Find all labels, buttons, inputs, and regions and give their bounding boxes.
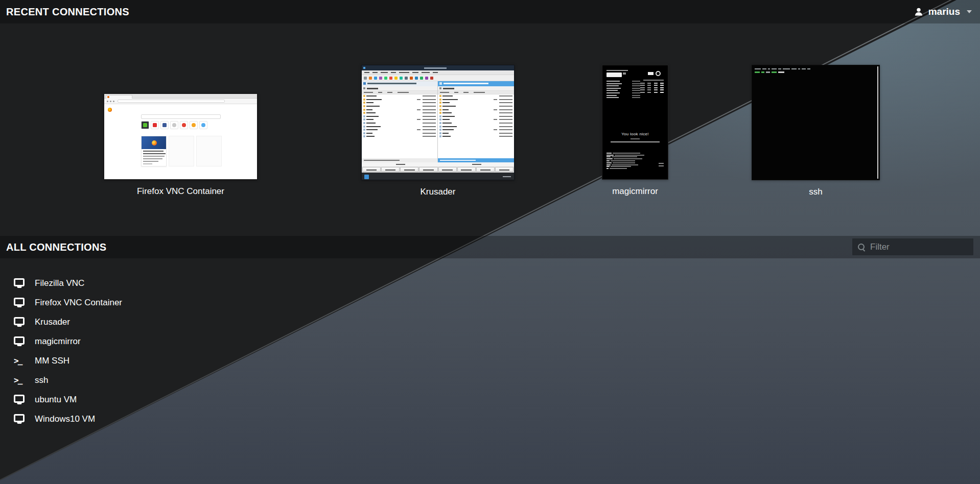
thumbnail-art [366, 133, 372, 134]
kr-file-panes [362, 86, 514, 158]
recent-connection-firefox-vnc-container[interactable]: Firefox VNC Container [104, 93, 258, 197]
ff-ghost-card [169, 136, 194, 166]
thumbnail-art [366, 126, 381, 127]
thumbnail-art [363, 99, 365, 101]
thumbnail-art [499, 99, 512, 100]
kr-file-row [438, 108, 514, 111]
thumbnail-firefox-vnc-container [104, 93, 258, 180]
thumbnail-art [606, 153, 612, 154]
thumbnail-art [606, 156, 611, 157]
connection-list-item[interactable]: >_ Krusader [0, 312, 460, 332]
user-menu[interactable]: marius [912, 0, 974, 23]
thumbnail-art [391, 72, 396, 73]
thumbnail-art [647, 87, 651, 88]
thumbnail-art [363, 118, 365, 120]
connection-list-item[interactable]: >_ Filezilla VNC [0, 274, 460, 293]
thumbnail-art [755, 71, 760, 73]
connection-list-item[interactable]: >_ ubuntu VM [0, 390, 460, 409]
thumbnail-art [143, 153, 166, 154]
ff-ghost-card [196, 136, 222, 166]
connection-list-item[interactable]: >_ MM SSH [0, 351, 460, 371]
monitor-icon [14, 278, 25, 286]
connection-name: ssh [809, 187, 822, 197]
thumbnail-art [423, 133, 436, 134]
thumbnail-art [201, 123, 205, 127]
all-connections-header: ALL CONNECTIONS [0, 236, 980, 258]
thumbnail-art [439, 99, 441, 101]
thumbnail-art [363, 122, 365, 124]
thumbnail-art [499, 116, 512, 117]
kr-file-row [438, 94, 514, 98]
guacamole-home-screen: RECENT CONNECTIONS marius [0, 0, 980, 484]
connection-list-item[interactable]: >_ ssh [0, 371, 460, 390]
mm-weather-line [643, 80, 664, 81]
thumbnail-art [423, 99, 436, 100]
filter-input[interactable] [866, 238, 980, 255]
mm-compliment-text: You look nice! [602, 132, 668, 137]
terminal-scrollbar[interactable] [877, 66, 878, 179]
thumbnail-art [439, 126, 441, 128]
thumbnail-art [442, 123, 452, 124]
thumbnail-art [640, 89, 645, 90]
thumbnail-art [606, 95, 617, 96]
mm-news-row [606, 153, 647, 154]
kr-address-bars [362, 81, 514, 86]
thumbnail-art [439, 102, 441, 104]
thumbnail-art [632, 83, 640, 84]
thumbnail-art [442, 133, 449, 134]
kr-file-row [362, 132, 437, 135]
thumbnail-art [423, 123, 436, 124]
thumbnail-art [439, 112, 441, 114]
connection-list-item[interactable]: >_ Windows10 VM [0, 409, 460, 429]
kr-file-row [438, 111, 514, 115]
thumbnail-art [389, 77, 392, 80]
thumbnail-art [417, 99, 421, 100]
ff-shortcut-tile [170, 121, 178, 129]
thumbnail-art [423, 116, 436, 117]
connection-list: >_ Filezilla VNC >_ Firefox VNC Containe… [0, 258, 460, 429]
thumbnail-art [647, 85, 651, 86]
thumbnail-art [442, 106, 456, 107]
mm-news-row [606, 155, 647, 156]
recent-connection-magicmirror[interactable]: You look nice! magicmirror [602, 65, 668, 197]
connection-name: magicmirror [612, 186, 658, 197]
mm-forecast [640, 83, 664, 94]
thumbnail-art [366, 109, 372, 110]
thumbnail-art [802, 68, 806, 69]
connection-list-item[interactable]: >_ magicmirror [0, 332, 460, 351]
thumbnail-art [762, 68, 766, 69]
thumbnail-art [654, 85, 658, 86]
thumbnail-art [363, 115, 365, 117]
kr-function-buttons [362, 166, 514, 173]
user-name: marius [928, 6, 960, 17]
mm-calendar-row [606, 92, 640, 93]
thumbnail-art [772, 68, 777, 69]
thumbnail-art [439, 109, 441, 111]
thumbnail-art [162, 123, 167, 127]
filter-box [852, 238, 973, 255]
mm-calendar-row [606, 88, 640, 89]
connection-icon-slot: >_ [14, 278, 26, 288]
kr-function-button [476, 167, 495, 172]
mm-calendar-row [606, 83, 640, 84]
thumbnail-art [366, 119, 374, 120]
ff-nav-bar [104, 99, 257, 104]
thumbnail-art [398, 92, 409, 93]
thumbnail-art [364, 72, 369, 73]
mm-corner-text [659, 163, 664, 168]
thumbnail-art [660, 89, 664, 90]
connection-icon-slot: >_ [14, 317, 26, 327]
thumbnail-art [654, 92, 658, 93]
connection-icon-slot: >_ [14, 357, 26, 365]
thumbnail-art [410, 77, 413, 80]
kr-file-row [438, 115, 514, 118]
ff-bookmark-dot [108, 108, 112, 112]
thumbnail-art [363, 126, 365, 128]
mm-calendar-row [606, 95, 640, 96]
connection-name: Krusader [35, 317, 70, 327]
recent-connection-ssh[interactable]: ssh [752, 65, 880, 197]
recent-connection-krusader[interactable]: Krusader [361, 65, 515, 197]
connection-list-item[interactable]: >_ Firefox VNC Container [0, 293, 460, 312]
connection-name: Krusader [421, 187, 456, 197]
mm-forecast-row [640, 85, 664, 86]
